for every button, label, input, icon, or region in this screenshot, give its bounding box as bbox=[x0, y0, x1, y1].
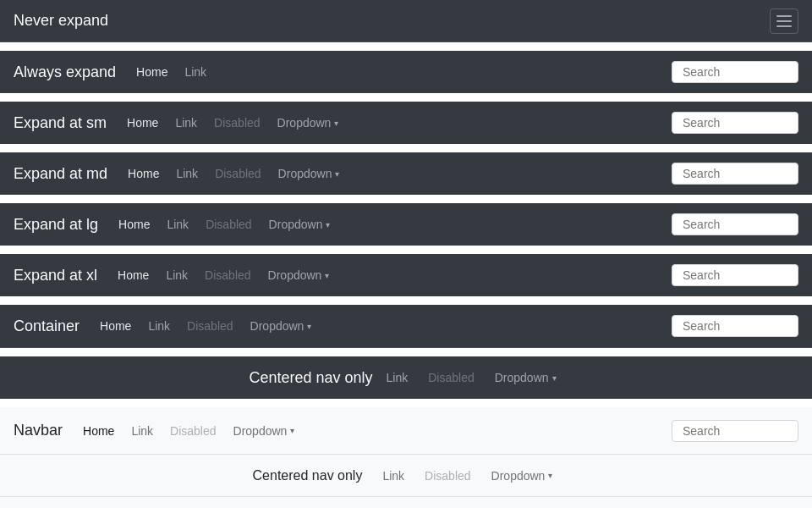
nav-link-home-sm[interactable]: Home bbox=[120, 113, 165, 133]
gap-1 bbox=[0, 42, 812, 51]
nav-link-link-container[interactable]: Link bbox=[141, 316, 177, 336]
nav-link-disabled-md: Disabled bbox=[208, 163, 267, 184]
hamburger-button[interactable] bbox=[770, 8, 798, 34]
navbar-nav-light: Home Link Disabled Dropdown bbox=[76, 421, 672, 441]
centered-nav-dropdown-light[interactable]: Dropdown bbox=[485, 466, 560, 486]
dropdown-sm[interactable]: Dropdown bbox=[271, 113, 346, 133]
search-input-xl[interactable] bbox=[672, 264, 798, 286]
content-area: Navbar examples This example is a quick … bbox=[0, 497, 812, 508]
navbar-nav-expand-sm: Home Link Disabled Dropdown bbox=[120, 113, 672, 133]
navbar-right-always bbox=[672, 61, 798, 83]
centered-nav-disabled-light: Disabled bbox=[418, 466, 477, 486]
nav-link-home-xl[interactable]: Home bbox=[111, 265, 156, 285]
nav-link-link-light[interactable]: Link bbox=[124, 421, 160, 441]
search-input-md[interactable] bbox=[672, 163, 798, 185]
navbar-nav-expand-md: Home Link Disabled Dropdown bbox=[121, 163, 672, 184]
centered-nav-dropdown-dark[interactable]: Dropdown bbox=[488, 367, 563, 388]
navbar-right-light bbox=[672, 420, 798, 442]
navbar-light: Navbar Home Link Disabled Dropdown bbox=[0, 407, 812, 455]
navbar-nav-container: Home Link Disabled Dropdown bbox=[93, 316, 672, 336]
navbar-nav-expand-lg: Home Link Disabled Dropdown bbox=[112, 214, 672, 235]
centered-nav-disabled-dark: Disabled bbox=[421, 367, 480, 388]
navbar-container-wrapper: Container Home Link Disabled Dropdown bbox=[0, 305, 812, 348]
nav-link-disabled-light: Disabled bbox=[163, 421, 222, 441]
navbar-expand-md: Expand at md Home Link Disabled Dropdown bbox=[0, 152, 812, 195]
hamburger-line-2 bbox=[776, 20, 792, 22]
navbar-brand-always-expand: Always expand bbox=[14, 64, 116, 81]
navbar-container-inner: Container Home Link Disabled Dropdown bbox=[0, 305, 812, 347]
nav-link-link-always[interactable]: Link bbox=[178, 62, 213, 82]
navbar-brand-expand-xl: Expand at xl bbox=[14, 267, 97, 284]
search-input-light[interactable] bbox=[672, 420, 798, 442]
navbar-right-sm bbox=[672, 112, 798, 134]
navbar-never-expand: Never expand bbox=[0, 0, 812, 42]
navbar-brand-expand-lg: Expand at lg bbox=[14, 216, 98, 234]
navbar-centered-light: Centered nav only Link Disabled Dropdown bbox=[0, 455, 812, 497]
gap-6 bbox=[0, 296, 812, 305]
dropdown-light[interactable]: Dropdown bbox=[227, 421, 302, 441]
centered-nav-brand-dark: Centered nav only bbox=[249, 369, 372, 387]
centered-nav-link-dark[interactable]: Link bbox=[380, 367, 415, 388]
search-input-always[interactable] bbox=[672, 61, 798, 83]
hamburger-line-1 bbox=[776, 15, 792, 17]
centered-nav-link-light[interactable]: Link bbox=[376, 466, 411, 486]
navbar-expand-xl: Expand at xl Home Link Disabled Dropdown bbox=[0, 254, 812, 296]
nav-link-home-container[interactable]: Home bbox=[93, 316, 138, 336]
nav-link-disabled-xl: Disabled bbox=[198, 265, 257, 285]
nav-link-link-md[interactable]: Link bbox=[169, 163, 205, 184]
gap-4 bbox=[0, 195, 812, 203]
dropdown-md[interactable]: Dropdown bbox=[272, 163, 347, 184]
navbar-brand-expand-md: Expand at md bbox=[14, 165, 107, 183]
nav-link-disabled-container: Disabled bbox=[180, 316, 239, 336]
nav-link-link-lg[interactable]: Link bbox=[160, 214, 195, 235]
nav-link-home-always[interactable]: Home bbox=[129, 62, 174, 82]
navbar-brand-never-expand: Never expand bbox=[14, 12, 108, 30]
nav-link-disabled-lg: Disabled bbox=[199, 214, 258, 235]
navbar-nav-expand-xl: Home Link Disabled Dropdown bbox=[111, 265, 672, 285]
nav-link-home-light[interactable]: Home bbox=[76, 421, 121, 441]
navbar-brand-expand-sm: Expand at sm bbox=[14, 114, 107, 132]
navbar-brand-container: Container bbox=[14, 318, 80, 335]
navbar-always-expand: Always expand Home Link bbox=[0, 51, 812, 93]
search-input-container[interactable] bbox=[672, 315, 798, 337]
gap-7 bbox=[0, 348, 812, 356]
centered-nav-brand-light: Centered nav only bbox=[253, 468, 363, 483]
nav-link-disabled-sm: Disabled bbox=[207, 113, 266, 133]
search-input-lg[interactable] bbox=[672, 213, 798, 235]
nav-link-link-xl[interactable]: Link bbox=[159, 265, 195, 285]
gap-2 bbox=[0, 93, 812, 102]
gap-3 bbox=[0, 144, 812, 152]
navbar-expand-lg: Expand at lg Home Link Disabled Dropdown bbox=[0, 203, 812, 246]
nav-link-link-sm[interactable]: Link bbox=[168, 113, 204, 133]
navbar-right-container bbox=[672, 315, 798, 337]
gap-8 bbox=[0, 399, 812, 407]
nav-link-home-md[interactable]: Home bbox=[121, 163, 166, 184]
navbar-right-md bbox=[672, 163, 798, 185]
dropdown-container[interactable]: Dropdown bbox=[244, 316, 319, 336]
dropdown-lg[interactable]: Dropdown bbox=[262, 214, 337, 235]
navbar-expand-sm: Expand at sm Home Link Disabled Dropdown bbox=[0, 102, 812, 144]
navbar-right-xl bbox=[672, 264, 798, 286]
gap-5 bbox=[0, 246, 812, 254]
navbar-centered-dark: Centered nav only Link Disabled Dropdown bbox=[0, 356, 812, 399]
navbar-brand-light: Navbar bbox=[14, 422, 63, 439]
navbar-right-lg bbox=[672, 213, 798, 235]
search-input-sm[interactable] bbox=[672, 112, 798, 134]
navbar-nav-always-expand: Home Link bbox=[129, 62, 672, 82]
dropdown-xl[interactable]: Dropdown bbox=[261, 265, 337, 285]
nav-link-home-lg[interactable]: Home bbox=[112, 214, 156, 235]
hamburger-line-3 bbox=[776, 25, 792, 27]
